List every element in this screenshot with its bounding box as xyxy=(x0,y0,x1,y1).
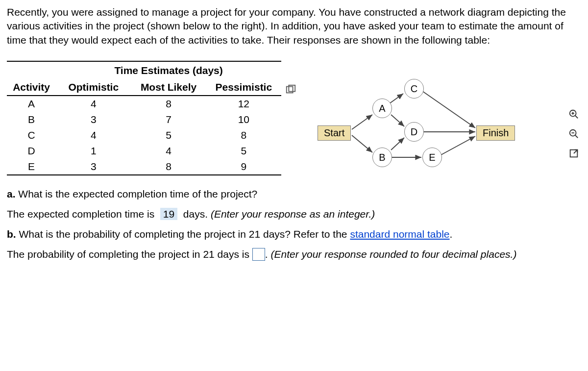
question-a: a. What is the expected completion time … xyxy=(7,184,581,204)
table-row: B3710 xyxy=(7,112,281,127)
svg-line-5 xyxy=(391,115,404,126)
question-a-text: What is the expected completion time of … xyxy=(18,188,257,199)
table-row: D145 xyxy=(7,143,281,159)
question-b-label: b. xyxy=(7,228,16,240)
svg-line-4 xyxy=(390,94,403,103)
open-new-window-icon[interactable] xyxy=(567,147,580,160)
svg-line-16 xyxy=(575,135,578,138)
question-b-text-before: What is the probability of completing th… xyxy=(19,228,350,240)
zoom-in-icon[interactable] xyxy=(567,108,580,121)
question-b-text-after: . xyxy=(450,228,453,240)
table-group-header: Time Estimates (days) xyxy=(56,61,281,79)
table-row: C458 xyxy=(7,127,281,143)
col-pessimistic: Pessimistic xyxy=(206,79,281,96)
problem-intro: Recently, you were assigned to manage a … xyxy=(0,0,588,47)
answer-b-input[interactable] xyxy=(252,248,265,261)
svg-line-2 xyxy=(352,115,372,129)
node-b: B xyxy=(372,148,392,167)
svg-line-12 xyxy=(575,116,578,119)
node-e: E xyxy=(422,148,442,167)
svg-line-19 xyxy=(574,150,577,153)
node-d: D xyxy=(404,122,424,142)
node-a: A xyxy=(372,99,392,118)
col-activity: Activity xyxy=(7,79,56,96)
question-a-label: a. xyxy=(7,188,16,199)
table-row: A4812 xyxy=(7,96,281,112)
network-diagram: Start A B C D E Finish xyxy=(314,67,519,184)
answer-b-line: The probability of completing the projec… xyxy=(7,245,581,265)
answer-b-hint: (Enter your response rounded to four dec… xyxy=(270,248,516,260)
col-optimistic: Optimistic xyxy=(56,79,131,96)
svg-line-10 xyxy=(441,136,475,155)
node-c: C xyxy=(404,79,424,99)
question-b: b. What is the probability of completing… xyxy=(7,224,581,245)
time-estimates-table: Time Estimates (days) Activity Optimisti… xyxy=(7,61,281,175)
answer-a-hint: (Enter your response as an integer.) xyxy=(211,208,375,220)
svg-line-3 xyxy=(352,135,372,152)
answer-a-input[interactable]: 19 xyxy=(160,208,177,220)
answer-a-line: The expected completion time is 19 days.… xyxy=(7,204,581,224)
col-most-likely: Most Likely xyxy=(131,79,206,96)
node-finish: Finish xyxy=(476,125,515,141)
node-start: Start xyxy=(318,125,351,141)
zoom-out-icon[interactable] xyxy=(567,127,580,140)
svg-line-6 xyxy=(391,138,404,150)
table-row: E389 xyxy=(7,159,281,175)
svg-line-8 xyxy=(422,91,475,128)
standard-normal-table-link[interactable]: standard normal table xyxy=(350,228,449,240)
